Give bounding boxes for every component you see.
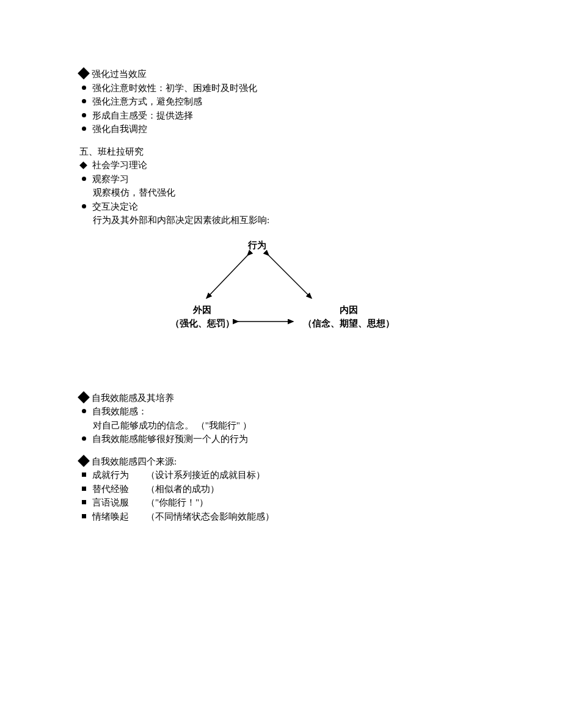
bullet-icon: [82, 86, 86, 90]
desc: （相似者的成功）: [146, 482, 219, 496]
section4-title-line: 自我效能感四个来源:: [79, 455, 483, 469]
svg-line-0: [206, 256, 247, 298]
triangle-diagram: 行为 外因 （强化、惩罚） 内因 （信念、期望、思想）: [110, 238, 415, 358]
text: 交互决定论: [92, 200, 138, 214]
section4-item-2: 言语说服 （"你能行！"）: [79, 496, 483, 510]
bullet-icon: [82, 204, 86, 208]
diamond-icon: [78, 67, 90, 79]
diagram-left: 外因 （强化、惩罚）: [162, 303, 242, 331]
label: 情绪唤起: [92, 510, 146, 524]
text: 自我效能感：: [92, 405, 147, 419]
section3-title-line: 自我效能感及其培养: [79, 391, 483, 405]
square-icon: [82, 487, 86, 491]
label: 成就行为: [92, 468, 146, 482]
section3-item1-sub: 对自己能够成功的信念。 （"我能行" ）: [79, 419, 483, 433]
diagram-right-sub: （信念、期望、思想）: [291, 317, 407, 331]
square-icon: [82, 500, 86, 504]
bullet-icon: [82, 436, 86, 441]
square-icon: [82, 514, 86, 518]
section2-item1: 观察学习: [79, 172, 483, 186]
text: 强化注意方式，避免控制感: [92, 95, 202, 109]
section1-item-2: 形成自主感受：提供选择: [79, 109, 483, 123]
diamond-icon: [78, 455, 90, 467]
diagram-left-label: 外因: [162, 303, 242, 317]
text: 社会学习理论: [92, 158, 147, 172]
bullet-icon: [82, 99, 86, 103]
section2-title: 五、班杜拉研究: [79, 145, 483, 159]
label: 言语说服: [92, 496, 146, 510]
section1-item-0: 强化注意时效性：初学、困难时及时强化: [79, 81, 483, 95]
diagram-arrows: [110, 238, 415, 358]
section1-title-line: 强化过当效应: [79, 67, 483, 81]
section4-item-3: 情绪唤起 （不同情绪状态会影响效能感）: [79, 510, 483, 524]
section2-diamond-line: 社会学习理论: [79, 158, 483, 172]
desc: （"你能行！"）: [146, 496, 208, 510]
section1-item-1: 强化注意方式，避免控制感: [79, 95, 483, 109]
bullet-icon: [82, 113, 86, 117]
section4-item-1: 替代经验 （相似者的成功）: [79, 482, 483, 496]
section1-item-3: 强化自我调控: [79, 122, 483, 136]
section4-item-0: 成就行为 （设计系列接近的成就目标）: [79, 468, 483, 482]
page: 强化过当效应 强化注意时效性：初学、困难时及时强化 强化注意方式，避免控制感 形…: [0, 0, 562, 728]
diagram-right-label: 内因: [291, 303, 407, 317]
diagram-left-sub: （强化、惩罚）: [162, 317, 242, 331]
diamond-small-icon: [79, 161, 87, 169]
diagram-top: 行为: [248, 238, 266, 252]
svg-line-1: [269, 256, 312, 298]
section4-title: 自我效能感四个来源:: [92, 455, 177, 469]
text: 观察学习: [92, 172, 129, 186]
text: 自我效能感能够很好预测一个人的行为: [92, 432, 248, 446]
section3-item2: 自我效能感能够很好预测一个人的行为: [79, 432, 483, 446]
section2-item2: 交互决定论: [79, 200, 483, 214]
diagram-right: 内因 （信念、期望、思想）: [291, 303, 407, 331]
section3-item1: 自我效能感：: [79, 405, 483, 419]
bullet-icon: [82, 177, 86, 181]
bullet-icon: [82, 127, 86, 131]
text: 强化自我调控: [92, 122, 147, 136]
label: 替代经验: [92, 482, 146, 496]
diamond-icon: [78, 391, 90, 403]
text: 强化注意时效性：初学、困难时及时强化: [92, 81, 257, 95]
bullet-icon: [82, 409, 86, 413]
section2-item2-sub: 行为及其外部和内部决定因素彼此相互影响:: [79, 213, 483, 227]
text: 形成自主感受：提供选择: [92, 109, 193, 123]
section2-item1-sub: 观察模仿，替代强化: [79, 186, 483, 200]
desc: （设计系列接近的成就目标）: [146, 468, 265, 482]
section3-title: 自我效能感及其培养: [92, 391, 174, 405]
square-icon: [82, 472, 86, 477]
desc: （不同情绪状态会影响效能感）: [146, 510, 274, 524]
section1-title: 强化过当效应: [92, 67, 147, 81]
